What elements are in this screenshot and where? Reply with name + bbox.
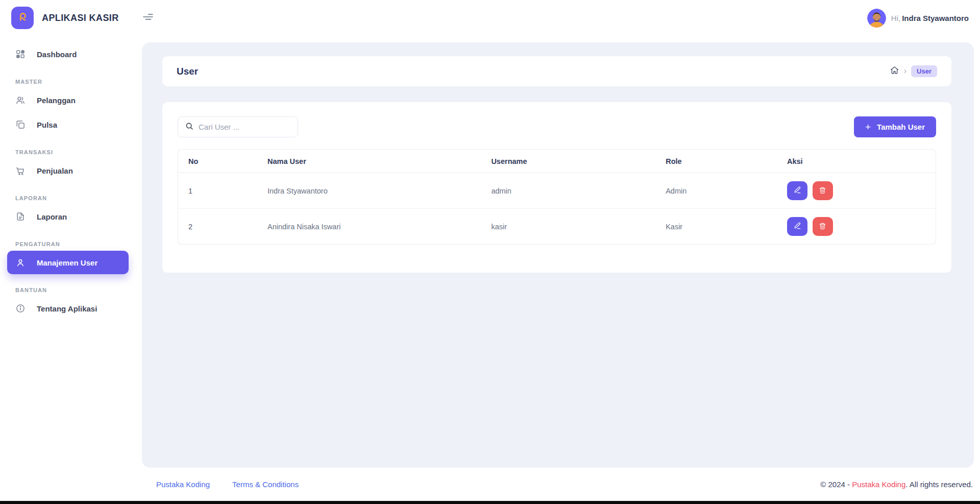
sidebar-section-transaksi: TRANSAKSI bbox=[15, 149, 142, 155]
delete-button[interactable] bbox=[813, 181, 833, 200]
cell-username: admin bbox=[481, 173, 655, 209]
sidebar-item-label: Laporan bbox=[37, 212, 67, 221]
trash-icon bbox=[819, 222, 826, 231]
footer-link-pustaka-koding[interactable]: Pustaka Koding bbox=[156, 480, 210, 489]
edit-button[interactable] bbox=[787, 217, 807, 236]
dashboard-icon bbox=[15, 49, 26, 59]
search-input[interactable] bbox=[199, 123, 300, 131]
sidebar-item-label: Pelanggan bbox=[37, 96, 76, 105]
copyright-text: © 2024 - Pustaka Koding. All rights rese… bbox=[820, 480, 973, 489]
user-table: No Nama User Username Role Aksi 1 Indra … bbox=[178, 149, 936, 245]
trash-icon bbox=[819, 186, 826, 196]
sidebar-item-label: Dashboard bbox=[37, 50, 77, 59]
sidebar-item-manajemen-user[interactable]: Manajemen User bbox=[7, 251, 129, 274]
footer-link-terms[interactable]: Terms & Conditions bbox=[232, 480, 299, 489]
plus-icon: + bbox=[865, 122, 871, 132]
column-header-aksi: Aksi bbox=[777, 149, 936, 173]
logo-r-icon bbox=[16, 10, 29, 26]
document-icon bbox=[15, 211, 26, 222]
sidebar-toggle-button[interactable] bbox=[141, 10, 155, 26]
cell-nama: Indra Styawantoro bbox=[257, 173, 481, 209]
sidebar-item-penjualan[interactable]: Penjualan bbox=[0, 159, 129, 182]
cell-username: kasir bbox=[481, 209, 655, 245]
column-header-username: Username bbox=[481, 149, 655, 173]
person-icon bbox=[15, 257, 26, 268]
page-title: User bbox=[177, 66, 198, 77]
sidebar-item-label: Manajemen User bbox=[37, 258, 97, 267]
copy-icon bbox=[15, 119, 26, 130]
cell-role: Admin bbox=[655, 173, 777, 209]
delete-button[interactable] bbox=[813, 217, 833, 236]
breadcrumb-separator: › bbox=[904, 67, 906, 76]
column-header-nama-user: Nama User bbox=[257, 149, 481, 173]
main-area: User › User bbox=[142, 36, 980, 501]
sidebar-item-pelanggan[interactable]: Pelanggan bbox=[0, 88, 129, 112]
sidebar-section-pengaturan: PENGATURAN bbox=[15, 241, 142, 247]
copyright-brand: Pustaka Koding bbox=[852, 480, 905, 489]
search-icon bbox=[185, 122, 194, 133]
user-greeting: Hi,Indra Styawantoro bbox=[891, 14, 969, 22]
info-icon bbox=[15, 303, 26, 314]
table-row: 1 Indra Styawantoro admin Admin bbox=[178, 173, 936, 209]
sidebar-item-label: Tentang Aplikasi bbox=[37, 304, 97, 313]
cell-role: Kasir bbox=[655, 209, 777, 245]
edit-icon bbox=[793, 186, 801, 196]
column-header-no: No bbox=[178, 149, 257, 173]
user-name: Indra Styawantoro bbox=[902, 14, 969, 22]
cell-no: 1 bbox=[178, 173, 257, 209]
sidebar-section-bantuan: BANTUAN bbox=[15, 287, 142, 293]
table-row: 2 Anindira Nisaka Iswari kasir Kasir bbox=[178, 209, 936, 245]
table-toolbar: + Tambah User bbox=[178, 116, 936, 137]
sidebar-item-label: Penjualan bbox=[37, 166, 73, 175]
sidebar-item-label: Pulsa bbox=[37, 121, 57, 129]
home-icon[interactable] bbox=[890, 65, 899, 77]
row-actions bbox=[787, 181, 936, 200]
sidebar-item-tentang-aplikasi[interactable]: Tentang Aplikasi bbox=[0, 297, 129, 320]
cell-nama: Anindira Nisaka Iswari bbox=[257, 209, 481, 245]
cart-icon bbox=[15, 165, 26, 176]
breadcrumb: › User bbox=[890, 65, 937, 77]
breadcrumb-current: User bbox=[911, 65, 937, 77]
brand: APLIKASI KASIR bbox=[11, 7, 155, 29]
add-user-button[interactable]: + Tambah User bbox=[854, 116, 936, 137]
sidebar-item-laporan[interactable]: Laporan bbox=[0, 205, 129, 228]
table-header-row: No Nama User Username Role Aksi bbox=[178, 149, 936, 173]
cell-no: 2 bbox=[178, 209, 257, 245]
edit-button[interactable] bbox=[787, 181, 807, 200]
sidebar: Dashboard MASTER Pelanggan Puls bbox=[0, 36, 142, 501]
user-table-card: + Tambah User No Nama User Username Role bbox=[162, 102, 951, 273]
sidebar-item-pulsa[interactable]: Pulsa bbox=[0, 113, 129, 136]
page-header-card: User › User bbox=[162, 56, 951, 86]
app-window: APLIKASI KASIR bbox=[0, 0, 980, 504]
menu-toggle-icon bbox=[141, 10, 155, 26]
row-actions bbox=[787, 217, 936, 236]
app-logo bbox=[11, 7, 34, 29]
sidebar-item-dashboard[interactable]: Dashboard bbox=[0, 42, 129, 66]
bottom-edge-bar bbox=[0, 501, 980, 504]
content-panel: User › User bbox=[142, 42, 974, 468]
search-box bbox=[178, 116, 298, 137]
column-header-role: Role bbox=[655, 149, 777, 173]
avatar bbox=[867, 9, 886, 28]
topbar: APLIKASI KASIR bbox=[0, 0, 980, 36]
app-title: APLIKASI KASIR bbox=[42, 13, 119, 23]
sidebar-section-master: MASTER bbox=[15, 79, 142, 85]
user-menu[interactable]: Hi,Indra Styawantoro bbox=[867, 9, 969, 28]
sidebar-section-laporan: LAPORAN bbox=[15, 195, 142, 201]
page-footer: Pustaka Koding Terms & Conditions © 2024… bbox=[142, 468, 980, 501]
edit-icon bbox=[793, 222, 801, 231]
users-icon bbox=[15, 95, 26, 105]
